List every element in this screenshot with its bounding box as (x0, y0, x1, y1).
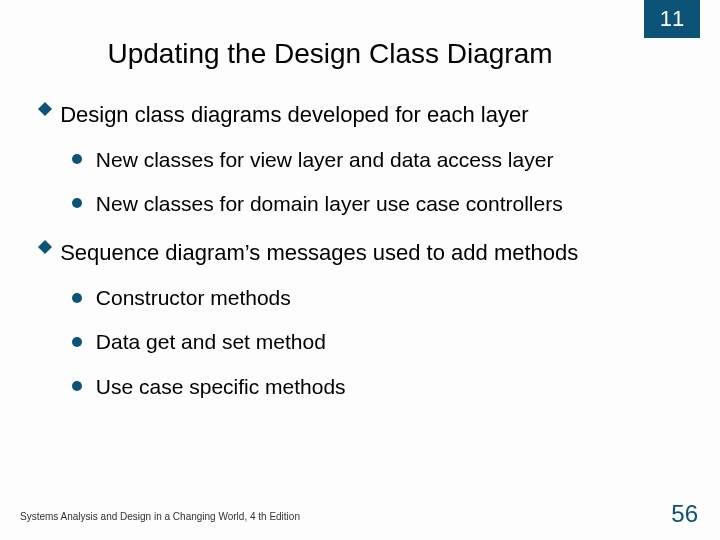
bullet-dot-icon (72, 198, 82, 208)
bullet-dot-icon (72, 337, 82, 347)
bullet-text: Design class diagrams developed for each… (60, 102, 528, 127)
content-area: Design class diagrams developed for each… (38, 88, 690, 401)
bullet-text: Constructor methods (96, 286, 291, 309)
chapter-badge: 11 (644, 0, 700, 38)
slide-title-wrap: Updating the Design Class Diagram (0, 38, 720, 70)
bullet-level1: Design class diagrams developed for each… (38, 100, 690, 130)
bullet-dot-icon (72, 381, 82, 391)
chapter-number: 11 (660, 6, 684, 32)
bullet-dot-icon (72, 293, 82, 303)
page-number: 56 (671, 500, 698, 528)
bullet-dot-icon (72, 154, 82, 164)
bullet-level2: Data get and set method (72, 328, 690, 356)
bullet-level1: Sequence diagram’s messages used to add … (38, 238, 690, 268)
bullet-text: New classes for view layer and data acce… (96, 148, 554, 171)
bullet-level2: New classes for domain layer use case co… (72, 190, 690, 218)
diamond-icon (38, 95, 52, 109)
bullet-text: Use case specific methods (96, 375, 346, 398)
bullet-level2: New classes for view layer and data acce… (72, 146, 690, 174)
diamond-icon (38, 233, 52, 247)
bullet-text: Data get and set method (96, 330, 326, 353)
bullet-level2: Use case specific methods (72, 373, 690, 401)
bullet-level2: Constructor methods (72, 284, 690, 312)
footer-source: Systems Analysis and Design in a Changin… (20, 511, 300, 522)
bullet-text: New classes for domain layer use case co… (96, 192, 563, 215)
bullet-text: Sequence diagram’s messages used to add … (60, 240, 578, 265)
slide-title: Updating the Design Class Diagram (107, 38, 552, 70)
